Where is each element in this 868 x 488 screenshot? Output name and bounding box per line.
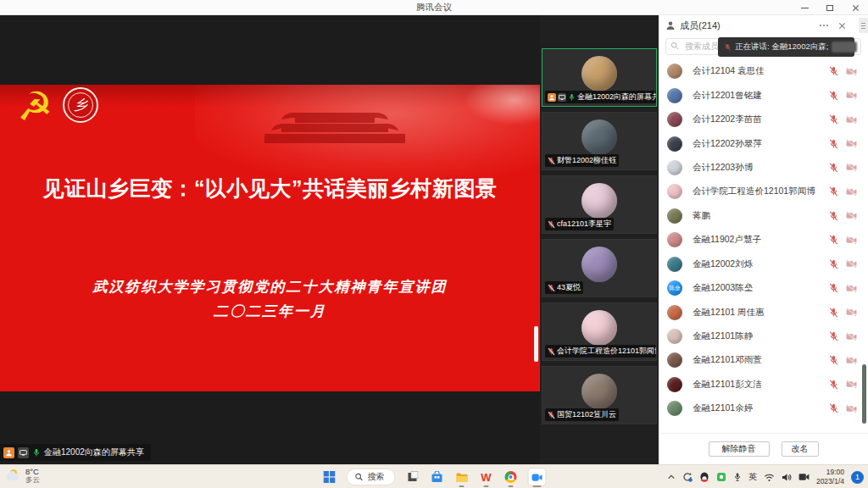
taskbar-search[interactable]: 搜索 bbox=[347, 469, 396, 485]
task-view-icon bbox=[407, 471, 419, 483]
mic-muted-icon[interactable] bbox=[829, 403, 838, 413]
rename-button[interactable]: 改名 bbox=[782, 441, 819, 457]
camera-off-icon[interactable] bbox=[846, 211, 857, 220]
member-status-icons bbox=[829, 114, 857, 125]
camera-off-icon[interactable] bbox=[846, 404, 857, 413]
more-options-icon[interactable] bbox=[820, 25, 828, 26]
mic-muted-icon[interactable] bbox=[829, 283, 838, 293]
participant-name: 国贸12102笪川云 bbox=[557, 409, 616, 420]
video-tile-nameplate: 43夏悦 bbox=[545, 281, 583, 294]
unmute-all-button[interactable]: 解除静音 bbox=[709, 441, 770, 457]
video-tile[interactable]: 会计学院工程造价12101郭闻博 bbox=[542, 302, 657, 361]
camera-off-icon[interactable] bbox=[846, 115, 857, 125]
weather-widget[interactable]: 8°C 多云 bbox=[7, 467, 40, 485]
mic-muted-icon[interactable] bbox=[829, 235, 838, 245]
camera-off-icon[interactable] bbox=[846, 356, 857, 365]
camera-off-icon[interactable] bbox=[846, 259, 857, 269]
mic-muted-icon[interactable] bbox=[829, 91, 838, 101]
member-row[interactable]: 会计12104 袁思佳 bbox=[659, 59, 868, 83]
video-tile[interactable]: cfa12101李星宇 bbox=[542, 175, 657, 234]
screen-share-badge-icon bbox=[558, 93, 566, 102]
mic-muted-icon[interactable] bbox=[829, 355, 838, 365]
member-row[interactable]: 金融12101余婷 bbox=[659, 396, 868, 420]
member-row[interactable]: 蒋鹏 bbox=[659, 204, 868, 228]
start-button[interactable] bbox=[322, 465, 337, 488]
mic-muted-icon[interactable] bbox=[829, 114, 838, 125]
file-explorer-button[interactable] bbox=[454, 465, 470, 488]
shared-content-scrollbar[interactable] bbox=[534, 326, 538, 362]
tray-mic-icon[interactable] bbox=[733, 472, 742, 482]
camera-off-icon[interactable] bbox=[846, 163, 857, 172]
member-row[interactable]: 会计12201曾铭建 bbox=[659, 83, 868, 107]
security-app-icon[interactable] bbox=[716, 472, 726, 482]
avatar bbox=[667, 401, 682, 416]
maximize-button[interactable] bbox=[817, 0, 843, 15]
panel-drag-handle[interactable] bbox=[859, 18, 868, 33]
wifi-icon[interactable] bbox=[764, 473, 775, 482]
mic-muted-icon[interactable] bbox=[829, 163, 838, 173]
mic-muted-icon[interactable] bbox=[829, 139, 838, 149]
camera-off-icon[interactable] bbox=[846, 67, 857, 76]
tencent-meeting-button[interactable] bbox=[528, 465, 547, 488]
mic-muted-icon[interactable] bbox=[829, 211, 838, 221]
qq-icon[interactable] bbox=[699, 472, 709, 483]
member-name: 金融12101陈静 bbox=[693, 330, 753, 342]
member-row[interactable]: 金融12101彭文洁 bbox=[659, 373, 868, 396]
member-list-scrollbar[interactable] bbox=[862, 364, 866, 424]
wps-office-button[interactable]: W bbox=[479, 465, 494, 488]
close-button[interactable] bbox=[843, 0, 868, 15]
volume-icon[interactable] bbox=[782, 473, 792, 482]
member-row[interactable]: 会计学院工程造价12101郭闻博 bbox=[659, 180, 868, 203]
tray-expand-chevron-icon[interactable] bbox=[667, 474, 676, 480]
sync-app-icon[interactable] bbox=[682, 472, 693, 482]
mic-muted-icon[interactable] bbox=[829, 186, 838, 197]
member-row[interactable]: 金融11902卢慧子 bbox=[659, 228, 868, 252]
member-row[interactable]: 金融12101邓雨萱 bbox=[659, 348, 868, 372]
mic-muted-icon[interactable] bbox=[829, 308, 838, 318]
camera-off-icon[interactable] bbox=[846, 284, 857, 293]
member-row[interactable]: 陈垒 金融12003陈垒 bbox=[659, 276, 868, 300]
member-row[interactable]: 金融12101陈静 bbox=[659, 324, 868, 348]
mic-muted-icon[interactable] bbox=[829, 380, 838, 390]
task-view-button[interactable] bbox=[405, 465, 420, 488]
camera-off-icon[interactable] bbox=[846, 187, 857, 197]
avatar bbox=[667, 136, 682, 152]
member-row[interactable]: 会计12202李苗苗 bbox=[659, 108, 868, 131]
member-row[interactable]: 会计12202孙翠萍 bbox=[659, 131, 868, 155]
avatar bbox=[667, 377, 682, 392]
video-tile[interactable]: 金融12002向森的屏幕共享 bbox=[542, 48, 657, 107]
camera-off-icon[interactable] bbox=[846, 236, 857, 245]
mic-muted-icon bbox=[548, 411, 555, 419]
minimize-button[interactable] bbox=[792, 0, 817, 15]
member-row[interactable]: 会计12203孙博 bbox=[659, 156, 868, 180]
camera-off-icon[interactable] bbox=[846, 91, 857, 100]
member-row[interactable]: 金融12101 周佳惠 bbox=[659, 300, 868, 324]
video-tile[interactable]: 43夏悦 bbox=[542, 239, 657, 297]
ime-language-indicator[interactable]: 英 bbox=[748, 471, 757, 483]
running-indicator bbox=[509, 485, 514, 488]
member-status-icons bbox=[829, 211, 857, 221]
system-tray: 英 19:00 2023/1/4 1 bbox=[667, 465, 864, 488]
video-tile-nameplate: 国贸12102笪川云 bbox=[545, 408, 619, 421]
mic-muted-icon[interactable] bbox=[829, 259, 838, 269]
mic-muted-icon[interactable] bbox=[829, 66, 838, 76]
camera-device-icon[interactable] bbox=[798, 473, 810, 481]
video-tile[interactable]: 国贸12102笪川云 bbox=[542, 366, 657, 424]
microsoft-store-button[interactable] bbox=[430, 465, 445, 488]
notification-badge[interactable]: 1 bbox=[851, 471, 864, 484]
camera-off-icon[interactable] bbox=[846, 380, 857, 389]
screen-share-badge-icon bbox=[18, 447, 29, 458]
maximize-icon bbox=[826, 5, 833, 11]
camera-off-icon[interactable] bbox=[846, 308, 857, 317]
mic-muted-icon[interactable] bbox=[829, 331, 838, 341]
minimize-icon bbox=[801, 8, 809, 8]
camera-off-icon[interactable] bbox=[846, 332, 857, 341]
taskbar-clock[interactable]: 19:00 2023/1/4 bbox=[816, 468, 844, 486]
chrome-button[interactable] bbox=[504, 465, 519, 488]
camera-off-icon[interactable] bbox=[846, 139, 857, 148]
host-badge-icon bbox=[3, 447, 14, 458]
member-row[interactable]: 金融12002刘烁 bbox=[659, 252, 868, 276]
weather-description: 多云 bbox=[25, 476, 40, 484]
panel-close-icon[interactable] bbox=[838, 22, 846, 30]
video-tile[interactable]: 财管12002柳佳钰 bbox=[542, 112, 657, 170]
